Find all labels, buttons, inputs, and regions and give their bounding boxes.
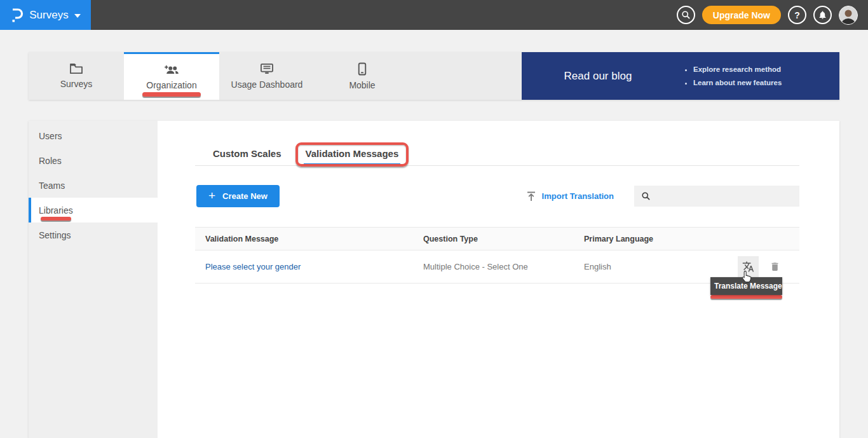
search-icon bbox=[641, 191, 651, 201]
library-tabs: Custom Scales Validation Messages bbox=[195, 148, 799, 166]
banner-title: Read our blog bbox=[522, 70, 674, 83]
chevron-down-icon bbox=[74, 14, 81, 18]
module-tab-bar: Surveys Organization Usage Dashboard Mob… bbox=[29, 52, 839, 100]
library-searchbox[interactable] bbox=[634, 186, 799, 207]
table-row: Please select your gender Multiple Choic… bbox=[195, 250, 799, 284]
product-menu-label: Surveys bbox=[29, 9, 68, 22]
sidebar-item-label: Users bbox=[39, 131, 62, 141]
blog-banner[interactable]: Read our blog Explore research method Le… bbox=[522, 52, 839, 100]
red-underline-annotation bbox=[142, 92, 201, 97]
library-search-input[interactable] bbox=[656, 186, 799, 207]
tab-mobile[interactable]: Mobile bbox=[315, 52, 410, 100]
column-header-question-type: Question Type bbox=[423, 235, 584, 243]
group-add-icon bbox=[163, 64, 180, 76]
validation-message-cell: Please select your gender bbox=[195, 262, 423, 271]
folder-icon bbox=[69, 63, 83, 74]
question-type-cell: Multiple Choice - Select One bbox=[423, 262, 584, 271]
smartphone-icon bbox=[358, 62, 367, 76]
import-translation-button[interactable]: Import Translation bbox=[527, 191, 614, 202]
delete-message-button[interactable] bbox=[770, 261, 780, 273]
banner-bullet[interactable]: Explore research method bbox=[693, 63, 782, 76]
libraries-content: Custom Scales Validation Messages + Crea… bbox=[158, 121, 839, 438]
primary-language-cell: English bbox=[584, 262, 729, 271]
trash-icon bbox=[770, 261, 780, 273]
tab-validation-messages[interactable]: Validation Messages bbox=[304, 148, 401, 165]
notifications-button[interactable] bbox=[813, 6, 832, 24]
cursor-pointer-icon bbox=[740, 270, 752, 286]
tab-organization[interactable]: Organization bbox=[124, 52, 219, 100]
import-translation-label: Import Translation bbox=[542, 191, 614, 201]
tab-usage-dashboard[interactable]: Usage Dashboard bbox=[219, 52, 315, 100]
column-header-validation-message: Validation Message bbox=[195, 235, 423, 243]
sidebar-item-libraries[interactable]: Libraries bbox=[29, 198, 158, 222]
sidebar-item-users[interactable]: Users bbox=[29, 123, 158, 148]
top-bar: Surveys Upgrade Now ? bbox=[0, 0, 868, 30]
red-underline-annotation bbox=[41, 217, 71, 221]
banner-bullet[interactable]: Learn about new features bbox=[693, 76, 782, 90]
questionpro-logo-icon bbox=[10, 7, 24, 23]
product-menu[interactable]: Surveys bbox=[0, 0, 91, 30]
validation-messages-table: Validation Message Question Type Primary… bbox=[195, 227, 799, 284]
tab-label: Organization bbox=[146, 80, 196, 90]
organization-panel: Users Roles Teams Libraries Settings Cus… bbox=[29, 121, 839, 438]
user-avatar[interactable] bbox=[839, 6, 858, 25]
tab-custom-scales[interactable]: Custom Scales bbox=[211, 148, 283, 165]
red-underline-annotation bbox=[710, 295, 782, 299]
tab-label: Validation Messages bbox=[306, 148, 399, 159]
dashboard-icon bbox=[260, 63, 274, 75]
sidebar-item-settings[interactable]: Settings bbox=[29, 222, 158, 247]
sidebar-item-label: Libraries bbox=[39, 205, 73, 216]
table-header-row: Validation Message Question Type Primary… bbox=[195, 227, 799, 250]
global-search-button[interactable] bbox=[677, 6, 695, 24]
plus-icon: + bbox=[208, 189, 215, 202]
library-toolbar: + Create New Import Translation bbox=[196, 185, 799, 207]
create-new-label: Create New bbox=[222, 191, 268, 201]
organization-sidebar: Users Roles Teams Libraries Settings bbox=[29, 121, 158, 438]
tab-label: Surveys bbox=[60, 79, 93, 89]
validation-message-link[interactable]: Please select your gender bbox=[205, 262, 301, 271]
sidebar-item-label: Roles bbox=[39, 156, 62, 166]
banner-bullets: Explore research method Learn about new … bbox=[693, 63, 782, 90]
help-button[interactable]: ? bbox=[788, 6, 806, 24]
upgrade-now-button[interactable]: Upgrade Now bbox=[702, 6, 781, 24]
create-new-button[interactable]: + Create New bbox=[196, 185, 280, 207]
sidebar-item-label: Teams bbox=[39, 181, 65, 191]
sidebar-item-teams[interactable]: Teams bbox=[29, 173, 158, 198]
topbar-actions: Upgrade Now ? bbox=[677, 6, 868, 25]
tab-label: Mobile bbox=[349, 80, 375, 90]
sidebar-item-roles[interactable]: Roles bbox=[29, 148, 158, 173]
sidebar-item-label: Settings bbox=[39, 230, 71, 240]
tab-surveys[interactable]: Surveys bbox=[29, 52, 124, 100]
toolbar-right: Import Translation bbox=[527, 186, 799, 207]
upload-icon bbox=[527, 191, 536, 202]
column-header-primary-language: Primary Language bbox=[584, 235, 729, 243]
bell-icon bbox=[818, 10, 827, 20]
tab-label: Usage Dashboard bbox=[231, 79, 303, 90]
translate-tooltip-wrap: Translate Message bbox=[710, 277, 782, 299]
search-icon bbox=[681, 10, 691, 20]
